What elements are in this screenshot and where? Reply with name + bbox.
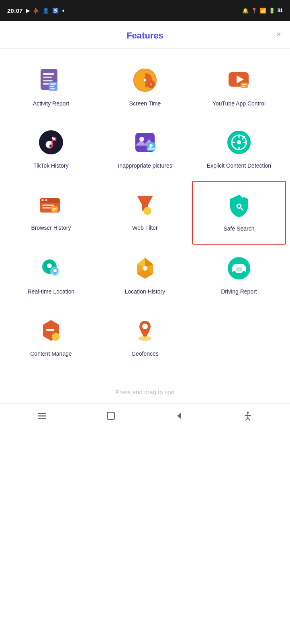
accessibility-icon: ♿	[52, 8, 59, 14]
browser-history-icon	[37, 190, 65, 219]
svg-rect-18	[242, 86, 245, 87]
svg-rect-17	[242, 84, 246, 85]
svg-point-66	[142, 324, 148, 329]
tiktok-history-label: TikTok History	[33, 162, 68, 170]
feature-web-filter[interactable]: Web Filter	[98, 181, 192, 245]
feature-safe-search[interactable]: + Safe Search	[192, 181, 286, 245]
location-history-label: Location History	[125, 288, 165, 296]
sort-hint: Press and drag to sort	[0, 377, 290, 403]
feature-tiktok-history[interactable]: TikTok History	[4, 119, 98, 181]
svg-point-61	[242, 271, 246, 275]
youtube-app-control-label: YouTube App Control	[212, 100, 265, 107]
svg-point-31	[237, 140, 241, 144]
svg-point-67	[139, 336, 151, 341]
svg-rect-1	[43, 73, 54, 75]
svg-rect-3	[43, 80, 53, 81]
realtime-location-icon	[37, 254, 65, 282]
driving-report-icon	[225, 254, 253, 282]
location-history-icon	[131, 254, 159, 282]
screen-time-icon: +	[131, 66, 159, 94]
feature-location-history[interactable]: Location History	[98, 245, 192, 307]
nav-accessibility-icon[interactable]	[242, 410, 253, 421]
svg-rect-2	[43, 77, 52, 78]
youtube-notif-icon: ▶	[26, 8, 30, 14]
activity-report-label: Activity Report	[33, 100, 69, 107]
svg-point-60	[232, 271, 236, 275]
features-grid: Activity Report + Screen Time	[0, 49, 290, 377]
status-bar: 20:07 ▶ ⛹ 👤 ♿ ● 🔔 📍 📶 🔋 81	[0, 0, 290, 21]
svg-rect-38	[42, 205, 54, 206]
person-icon: 👤	[43, 8, 49, 14]
svg-rect-8	[50, 88, 55, 89]
bottom-navigation	[0, 403, 290, 427]
feature-browser-history[interactable]: Browser History	[4, 181, 98, 245]
battery-icon: 🔋	[269, 8, 275, 14]
social-icon: ⛹	[33, 8, 39, 14]
time: 20:07	[7, 7, 22, 14]
nav-back-icon[interactable]	[174, 410, 185, 421]
nav-home-icon[interactable]	[105, 410, 116, 421]
svg-rect-7	[50, 86, 54, 87]
svg-rect-69	[38, 415, 46, 417]
svg-rect-42	[53, 209, 55, 211]
svg-rect-41	[53, 208, 57, 209]
page-title: Features	[127, 30, 163, 41]
dot-icon: ●	[62, 8, 65, 13]
feature-inappropriate-pictures[interactable]: Inappropriate pictures	[98, 119, 192, 181]
svg-rect-59	[233, 264, 245, 267]
mute-icon: 🔔	[242, 8, 249, 14]
svg-rect-39	[42, 207, 51, 209]
feature-youtube-app-control[interactable]: YouTube App Control	[192, 57, 286, 119]
feature-realtime-location[interactable]: Real-time Location	[4, 245, 98, 307]
feature-explicit-content-detection[interactable]: Explicit Content Detection	[192, 119, 286, 181]
svg-point-56	[143, 266, 147, 271]
feature-screen-time[interactable]: + Screen Time	[98, 57, 192, 119]
tiktok-history-icon	[37, 128, 65, 156]
wifi-icon: 📶	[260, 8, 266, 14]
activity-report-icon	[37, 66, 65, 94]
svg-rect-62	[236, 267, 242, 271]
status-time: 20:07 ▶ ⛹ 👤 ♿ ●	[7, 7, 65, 14]
svg-rect-70	[38, 418, 46, 419]
svg-rect-40	[51, 206, 58, 212]
web-filter-label: Web Filter	[132, 224, 158, 232]
content-manage-icon	[37, 316, 65, 344]
inappropriate-pictures-label: Inappropriate pictures	[118, 162, 172, 170]
svg-point-65	[52, 333, 60, 341]
svg-rect-16	[241, 83, 248, 88]
feature-driving-report[interactable]: Driving Report	[192, 245, 286, 307]
driving-report-label: Driving Report	[221, 288, 257, 296]
safe-search-icon: +	[225, 191, 253, 219]
svg-rect-71	[107, 412, 114, 419]
screen-time-label: Screen Time	[129, 100, 161, 107]
web-filter-icon	[131, 190, 159, 219]
svg-rect-36	[45, 199, 47, 201]
svg-point-11	[144, 79, 146, 81]
explicit-content-detection-icon	[225, 128, 253, 156]
features-header: Features ×	[0, 21, 290, 49]
battery-level: 81	[278, 8, 283, 13]
inappropriate-pictures-icon	[131, 128, 159, 156]
location-icon: 📍	[251, 8, 257, 14]
content-manage-label: Content Manage	[30, 350, 72, 358]
svg-text:+: +	[240, 193, 244, 200]
svg-point-44	[143, 207, 151, 215]
svg-line-77	[248, 418, 250, 420]
browser-history-label: Browser History	[31, 224, 71, 232]
feature-geofences[interactable]: Geofences	[98, 307, 192, 369]
svg-rect-35	[41, 199, 44, 201]
geofences-label: Geofences	[131, 350, 159, 358]
feature-content-manage[interactable]: Content Manage	[4, 307, 98, 369]
feature-activity-report[interactable]: Activity Report	[4, 57, 98, 119]
close-button[interactable]: ×	[276, 29, 281, 40]
svg-point-49	[47, 263, 52, 268]
svg-point-73	[247, 411, 249, 413]
nav-menu-icon[interactable]	[37, 410, 48, 421]
svg-rect-68	[38, 413, 46, 414]
svg-point-23	[149, 144, 153, 147]
svg-line-76	[246, 418, 248, 420]
status-indicators: 🔔 📍 📶 🔋 81	[242, 8, 283, 14]
svg-marker-72	[177, 413, 181, 419]
geofences-icon	[131, 316, 159, 344]
realtime-location-label: Real-time Location	[28, 288, 75, 296]
